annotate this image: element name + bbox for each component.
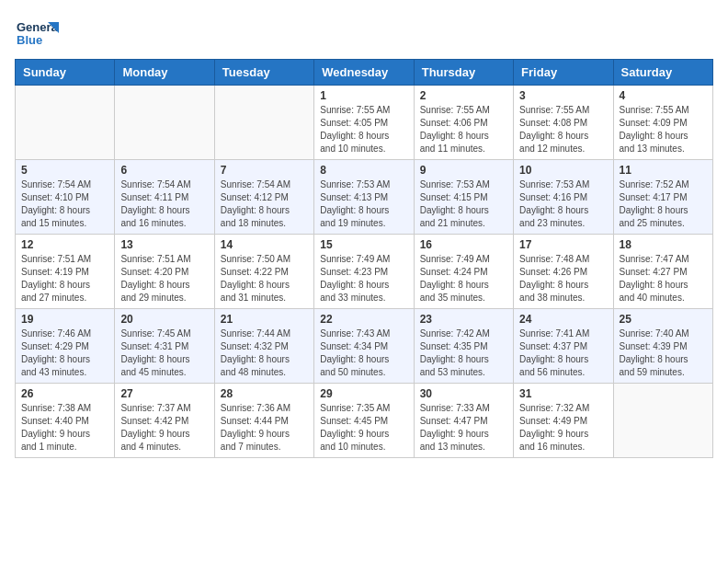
day-number: 3 — [519, 89, 607, 102]
calendar-cell — [214, 86, 313, 160]
day-number: 27 — [120, 387, 208, 400]
day-info: Sunrise: 7:54 AMSunset: 4:11 PMDaylight:… — [120, 178, 208, 230]
calendar-cell: 25Sunrise: 7:40 AMSunset: 4:39 PMDayligh… — [613, 309, 712, 384]
day-number: 16 — [420, 238, 507, 251]
day-number: 23 — [420, 313, 507, 326]
day-info: Sunrise: 7:51 AMSunset: 4:19 PMDaylight:… — [21, 253, 108, 304]
day-number: 2 — [420, 89, 507, 102]
logo: General Blue — [15, 15, 59, 52]
day-number: 4 — [620, 89, 707, 102]
calendar-cell: 15Sunrise: 7:49 AMSunset: 4:23 PMDayligh… — [314, 235, 414, 309]
day-info: Sunrise: 7:55 AMSunset: 4:06 PMDaylight:… — [420, 104, 507, 155]
day-number: 26 — [21, 387, 108, 400]
header-friday: Friday — [514, 60, 613, 86]
header-thursday: Thursday — [414, 60, 513, 86]
calendar-cell — [613, 384, 712, 458]
day-info: Sunrise: 7:43 AMSunset: 4:34 PMDaylight:… — [320, 327, 407, 379]
calendar-cell: 3Sunrise: 7:55 AMSunset: 4:08 PMDaylight… — [514, 86, 613, 160]
day-info: Sunrise: 7:55 AMSunset: 4:09 PMDaylight:… — [620, 104, 707, 155]
day-info: Sunrise: 7:40 AMSunset: 4:39 PMDaylight:… — [620, 327, 707, 379]
day-info: Sunrise: 7:53 AMSunset: 4:13 PMDaylight:… — [320, 178, 407, 230]
day-number: 5 — [21, 164, 108, 177]
calendar-cell: 8Sunrise: 7:53 AMSunset: 4:13 PMDaylight… — [314, 160, 414, 235]
day-number: 20 — [120, 313, 208, 326]
calendar-cell: 16Sunrise: 7:49 AMSunset: 4:24 PMDayligh… — [414, 235, 513, 309]
calendar-cell: 9Sunrise: 7:53 AMSunset: 4:15 PMDaylight… — [414, 160, 513, 235]
header-tuesday: Tuesday — [214, 60, 313, 86]
day-info: Sunrise: 7:53 AMSunset: 4:15 PMDaylight:… — [420, 178, 507, 230]
day-number: 11 — [620, 164, 707, 177]
day-number: 24 — [519, 313, 607, 326]
calendar-cell: 28Sunrise: 7:36 AMSunset: 4:44 PMDayligh… — [214, 384, 313, 458]
calendar-cell: 5Sunrise: 7:54 AMSunset: 4:10 PMDaylight… — [16, 160, 115, 235]
day-info: Sunrise: 7:36 AMSunset: 4:44 PMDaylight:… — [221, 402, 308, 454]
day-number: 7 — [221, 164, 308, 177]
day-number: 1 — [320, 89, 407, 102]
calendar-cell: 7Sunrise: 7:54 AMSunset: 4:12 PMDaylight… — [214, 160, 313, 235]
logo-icon: General Blue — [15, 15, 59, 52]
calendar-row-2: 12Sunrise: 7:51 AMSunset: 4:19 PMDayligh… — [16, 235, 713, 309]
calendar-cell: 27Sunrise: 7:37 AMSunset: 4:42 PMDayligh… — [115, 384, 214, 458]
calendar-cell: 22Sunrise: 7:43 AMSunset: 4:34 PMDayligh… — [314, 309, 414, 384]
day-number: 15 — [320, 238, 407, 251]
day-number: 25 — [620, 313, 707, 326]
day-number: 17 — [519, 238, 607, 251]
calendar-cell: 4Sunrise: 7:55 AMSunset: 4:09 PMDaylight… — [613, 86, 712, 160]
day-number: 8 — [320, 164, 407, 177]
calendar-cell: 2Sunrise: 7:55 AMSunset: 4:06 PMDaylight… — [414, 86, 513, 160]
calendar-cell — [16, 86, 115, 160]
calendar-cell: 31Sunrise: 7:32 AMSunset: 4:49 PMDayligh… — [514, 384, 613, 458]
day-info: Sunrise: 7:42 AMSunset: 4:35 PMDaylight:… — [420, 327, 507, 379]
day-number: 10 — [519, 164, 607, 177]
day-info: Sunrise: 7:53 AMSunset: 4:16 PMDaylight:… — [519, 178, 607, 230]
day-number: 9 — [420, 164, 507, 177]
calendar-cell: 12Sunrise: 7:51 AMSunset: 4:19 PMDayligh… — [16, 235, 115, 309]
header-saturday: Saturday — [613, 60, 712, 86]
day-number: 18 — [620, 238, 707, 251]
day-number: 28 — [221, 387, 308, 400]
day-info: Sunrise: 7:52 AMSunset: 4:17 PMDaylight:… — [620, 178, 707, 230]
calendar-cell: 6Sunrise: 7:54 AMSunset: 4:11 PMDaylight… — [115, 160, 214, 235]
calendar-cell: 21Sunrise: 7:44 AMSunset: 4:32 PMDayligh… — [214, 309, 313, 384]
calendar-cell: 1Sunrise: 7:55 AMSunset: 4:05 PMDaylight… — [314, 86, 414, 160]
calendar-cell: 17Sunrise: 7:48 AMSunset: 4:26 PMDayligh… — [514, 235, 613, 309]
calendar-cell: 14Sunrise: 7:50 AMSunset: 4:22 PMDayligh… — [214, 235, 313, 309]
calendar-cell: 20Sunrise: 7:45 AMSunset: 4:31 PMDayligh… — [115, 309, 214, 384]
day-info: Sunrise: 7:55 AMSunset: 4:05 PMDaylight:… — [320, 104, 407, 155]
day-info: Sunrise: 7:51 AMSunset: 4:20 PMDaylight:… — [120, 253, 208, 304]
day-number: 12 — [21, 238, 108, 251]
day-info: Sunrise: 7:55 AMSunset: 4:08 PMDaylight:… — [519, 104, 607, 155]
calendar-cell: 24Sunrise: 7:41 AMSunset: 4:37 PMDayligh… — [514, 309, 613, 384]
calendar-cell: 23Sunrise: 7:42 AMSunset: 4:35 PMDayligh… — [414, 309, 513, 384]
day-info: Sunrise: 7:37 AMSunset: 4:42 PMDaylight:… — [120, 402, 208, 454]
calendar-table: SundayMondayTuesdayWednesdayThursdayFrid… — [15, 59, 713, 458]
day-info: Sunrise: 7:50 AMSunset: 4:22 PMDaylight:… — [221, 253, 308, 304]
day-info: Sunrise: 7:46 AMSunset: 4:29 PMDaylight:… — [21, 327, 108, 379]
header-monday: Monday — [115, 60, 214, 86]
svg-text:Blue: Blue — [17, 33, 42, 47]
calendar-cell: 18Sunrise: 7:47 AMSunset: 4:27 PMDayligh… — [613, 235, 712, 309]
day-info: Sunrise: 7:44 AMSunset: 4:32 PMDaylight:… — [221, 327, 308, 379]
day-info: Sunrise: 7:32 AMSunset: 4:49 PMDaylight:… — [519, 402, 607, 454]
calendar-cell: 11Sunrise: 7:52 AMSunset: 4:17 PMDayligh… — [613, 160, 712, 235]
day-number: 13 — [120, 238, 208, 251]
header-wednesday: Wednesday — [314, 60, 414, 86]
calendar-cell: 29Sunrise: 7:35 AMSunset: 4:45 PMDayligh… — [314, 384, 414, 458]
day-info: Sunrise: 7:35 AMSunset: 4:45 PMDaylight:… — [320, 402, 407, 454]
day-info: Sunrise: 7:45 AMSunset: 4:31 PMDaylight:… — [120, 327, 208, 379]
calendar-row-3: 19Sunrise: 7:46 AMSunset: 4:29 PMDayligh… — [16, 309, 713, 384]
calendar-header-row: SundayMondayTuesdayWednesdayThursdayFrid… — [16, 60, 713, 86]
calendar-cell: 13Sunrise: 7:51 AMSunset: 4:20 PMDayligh… — [115, 235, 214, 309]
day-info: Sunrise: 7:49 AMSunset: 4:24 PMDaylight:… — [420, 253, 507, 304]
day-info: Sunrise: 7:38 AMSunset: 4:40 PMDaylight:… — [21, 402, 108, 454]
day-info: Sunrise: 7:47 AMSunset: 4:27 PMDaylight:… — [620, 253, 707, 304]
calendar-row-4: 26Sunrise: 7:38 AMSunset: 4:40 PMDayligh… — [16, 384, 713, 458]
day-number: 14 — [221, 238, 308, 251]
day-info: Sunrise: 7:41 AMSunset: 4:37 PMDaylight:… — [519, 327, 607, 379]
page-header: General Blue — [15, 15, 713, 52]
day-number: 31 — [519, 387, 607, 400]
day-info: Sunrise: 7:48 AMSunset: 4:26 PMDaylight:… — [519, 253, 607, 304]
day-info: Sunrise: 7:54 AMSunset: 4:10 PMDaylight:… — [21, 178, 108, 230]
day-info: Sunrise: 7:49 AMSunset: 4:23 PMDaylight:… — [320, 253, 407, 304]
header-sunday: Sunday — [16, 60, 115, 86]
